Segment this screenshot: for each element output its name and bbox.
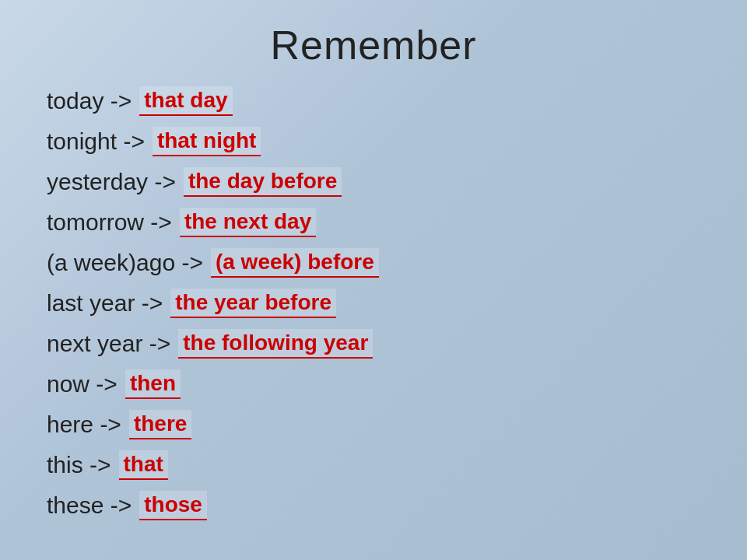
row-answer: the next day (180, 208, 316, 237)
row-answer: the year before (170, 289, 336, 318)
page-title: Remember (270, 22, 476, 68)
row-label: today -> (47, 88, 132, 114)
row-answer: then (125, 369, 181, 399)
table-row: now ->then (47, 366, 747, 403)
row-answer: there (129, 410, 191, 439)
table-row: today ->that day (47, 82, 747, 120)
table-row: (a week)ago ->(a week) before (47, 244, 747, 282)
row-label: this -> (47, 452, 111, 478)
row-label: these -> (47, 492, 132, 519)
row-answer: that (119, 450, 168, 480)
row-answer: that night (153, 127, 261, 156)
table-row: tomorrow ->the next day (47, 204, 747, 241)
row-label: last year -> (47, 290, 163, 317)
row-label: yesterday -> (47, 169, 176, 195)
table-row: these ->those (47, 487, 747, 524)
table-row: tonight ->that night (47, 123, 747, 160)
row-label: tomorrow -> (47, 209, 172, 236)
content-area: today ->that daytonight ->that nightyest… (0, 82, 747, 524)
table-row: last year ->the year before (47, 285, 747, 322)
row-label: next year -> (47, 331, 170, 357)
row-answer: the following year (178, 329, 373, 359)
row-label: tonight -> (47, 128, 145, 155)
row-label: here -> (47, 411, 121, 438)
table-row: yesterday ->the day before (47, 163, 747, 201)
row-label: (a week)ago -> (47, 250, 203, 276)
table-row: this ->that (47, 446, 747, 484)
table-row: next year ->the following year (47, 325, 747, 362)
row-answer: those (139, 491, 207, 520)
row-label: now -> (47, 371, 117, 397)
row-answer: the day before (184, 167, 342, 197)
row-answer: that day (139, 86, 232, 116)
table-row: here ->there (47, 406, 747, 443)
row-answer: (a week) before (211, 248, 379, 278)
